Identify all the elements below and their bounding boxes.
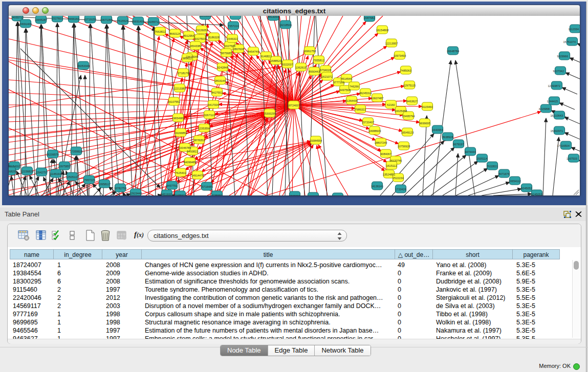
svg-text:9463627: 9463627 (406, 100, 417, 103)
svg-text:12093872: 12093872 (548, 84, 560, 87)
svg-text:1733426: 1733426 (395, 188, 406, 191)
svg-text:20691406: 20691406 (19, 23, 32, 26)
svg-text:17957225: 17957225 (83, 179, 95, 182)
svg-text:16549123: 16549123 (401, 131, 413, 134)
svg-text:2087682: 2087682 (364, 16, 375, 19)
svg-text:4514546: 4514546 (341, 77, 352, 80)
svg-text:10607487: 10607487 (371, 97, 383, 100)
svg-text:16120746: 16120746 (389, 159, 402, 162)
svg-text:7357224: 7357224 (228, 25, 238, 28)
svg-text:15692971: 15692971 (551, 129, 563, 133)
svg-text:12213957: 12213957 (385, 42, 398, 45)
svg-text:16210643: 16210643 (551, 114, 563, 117)
svg-text:1244415: 1244415 (547, 100, 558, 103)
svg-text:12213383: 12213383 (173, 87, 186, 90)
svg-text:10688609: 10688609 (368, 129, 381, 133)
svg-text:13524851: 13524851 (383, 173, 395, 176)
svg-text:3215958: 3215958 (539, 107, 550, 111)
svg-text:16055712: 16055712 (147, 20, 160, 24)
svg-text:18724007: 18724007 (288, 104, 300, 107)
svg-text:989612: 989612 (183, 57, 192, 60)
svg-text:7515526: 7515526 (117, 19, 128, 23)
svg-text:39154311: 39154311 (9, 165, 20, 168)
svg-text:9146821: 9146821 (260, 55, 271, 58)
svg-text:16033809: 16033809 (199, 16, 211, 17)
svg-text:14519331: 14519331 (161, 193, 173, 196)
svg-text:26053346: 26053346 (77, 64, 90, 68)
svg-text:8938928: 8938928 (442, 136, 453, 139)
svg-text:15716485: 15716485 (201, 185, 213, 188)
svg-text:16782759: 16782759 (114, 187, 126, 190)
svg-text:10025458: 10025458 (395, 110, 407, 113)
svg-text:17359928: 17359928 (70, 150, 82, 153)
svg-text:10958117: 10958117 (98, 183, 111, 186)
svg-text:8454749: 8454749 (248, 50, 258, 53)
svg-text:19218506: 19218506 (279, 24, 292, 27)
svg-text:9084067: 9084067 (380, 152, 391, 156)
svg-text:9417006: 9417006 (208, 103, 219, 106)
svg-text:16961758: 16961758 (303, 50, 316, 53)
svg-text:10719155: 10719155 (84, 18, 96, 21)
svg-text:25882305: 25882305 (307, 195, 319, 196)
svg-text:18807249: 18807249 (375, 141, 387, 144)
svg-text:8990443: 8990443 (309, 70, 319, 73)
svg-text:1145193: 1145193 (50, 172, 61, 176)
svg-text:12923448: 12923448 (129, 192, 142, 195)
svg-text:3267110: 3267110 (204, 114, 214, 117)
svg-text:16107552: 16107552 (168, 100, 180, 103)
svg-text:9329966: 9329966 (557, 55, 568, 58)
svg-text:9115460: 9115460 (422, 105, 432, 108)
svg-text:2935114: 2935114 (476, 157, 487, 160)
svg-text:6794028: 6794028 (320, 69, 331, 72)
svg-text:9457791: 9457791 (166, 184, 177, 187)
svg-text:7663822: 7663822 (155, 30, 165, 33)
svg-text:7485063: 7485063 (400, 69, 411, 72)
svg-text:17016504: 17016504 (557, 144, 570, 147)
svg-text:1839221: 1839221 (289, 194, 300, 196)
svg-text:15720407: 15720407 (362, 121, 374, 124)
svg-text:10975857: 10975857 (58, 165, 71, 168)
svg-text:3878352: 3878352 (193, 139, 204, 142)
svg-text:12353594: 12353594 (198, 127, 210, 130)
svg-text:36245314: 36245314 (359, 92, 372, 95)
svg-text:14136141: 14136141 (371, 185, 383, 188)
svg-text:8427552: 8427552 (211, 91, 222, 94)
svg-text:16543382: 16543382 (189, 45, 202, 48)
svg-text:6497568: 6497568 (339, 89, 350, 92)
svg-text:15751074: 15751074 (563, 40, 576, 43)
svg-text:9777169: 9777169 (333, 81, 344, 84)
svg-text:23226053: 23226053 (195, 29, 208, 32)
svg-text:7986322: 7986322 (355, 108, 365, 111)
svg-text:9474444: 9474444 (465, 150, 475, 154)
svg-text:16154808: 16154808 (376, 29, 388, 32)
svg-text:10671355: 10671355 (100, 18, 113, 21)
svg-text:10655287: 10655287 (35, 18, 47, 21)
svg-text:2803144: 2803144 (214, 79, 225, 82)
svg-text:14914479: 14914479 (191, 174, 204, 177)
svg-text:1362615: 1362615 (295, 66, 306, 69)
svg-text:1621072: 1621072 (321, 75, 332, 78)
svg-text:1615112: 1615112 (386, 164, 397, 167)
svg-text:12975115: 12975115 (403, 84, 416, 87)
svg-text:26691406: 26691406 (132, 20, 144, 23)
svg-text:2522234: 2522234 (393, 177, 403, 180)
svg-text:1156829: 1156829 (9, 170, 16, 173)
svg-text:62160: 62160 (387, 103, 395, 106)
svg-text:4735650: 4735650 (211, 194, 222, 196)
svg-text:8912954: 8912954 (183, 34, 194, 37)
svg-text:19384554: 19384554 (310, 139, 322, 142)
svg-text:7632821: 7632821 (487, 165, 497, 168)
svg-text:8471676: 8471676 (498, 172, 509, 176)
svg-text:5875685: 5875685 (221, 52, 231, 55)
svg-text:12942757: 12942757 (35, 171, 48, 174)
svg-text:10046786: 10046786 (179, 146, 191, 149)
svg-text:12505115: 12505115 (66, 176, 78, 179)
svg-text:8813054: 8813054 (268, 16, 278, 18)
svg-text:22455603: 22455603 (174, 194, 186, 196)
svg-text:9227342: 9227342 (553, 70, 564, 73)
svg-text:6679197: 6679197 (453, 143, 464, 146)
svg-text:10654112: 10654112 (509, 180, 521, 183)
svg-text:7625402: 7625402 (175, 171, 186, 174)
svg-text:7955812: 7955812 (313, 59, 324, 62)
svg-text:23495794: 23495794 (402, 115, 415, 118)
